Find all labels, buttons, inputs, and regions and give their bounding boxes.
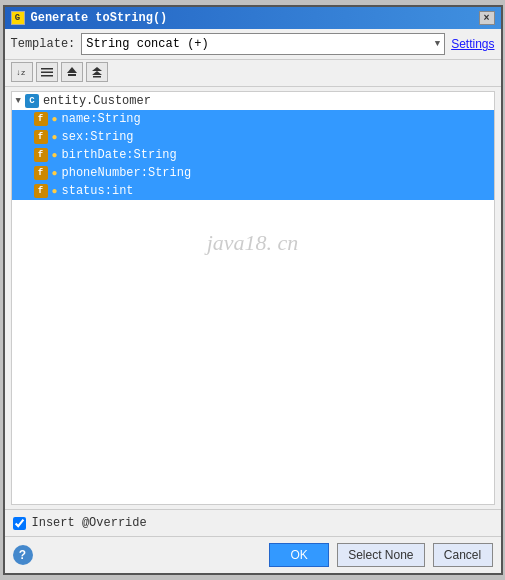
class-name: entity.Customer <box>43 94 151 108</box>
select-none-button[interactable]: Select None <box>337 543 424 567</box>
field-visibility-icon: ● <box>52 168 58 179</box>
field-visibility-icon: ● <box>52 132 58 143</box>
list-item[interactable]: f ● phoneNumber:String <box>12 164 494 182</box>
field-visibility-icon: ● <box>52 114 58 125</box>
help-button[interactable]: ? <box>13 545 33 565</box>
chevron-down-icon: ▼ <box>435 39 440 49</box>
field-visibility-icon: ● <box>52 186 58 197</box>
sort-az-button[interactable]: ↓z <box>11 62 33 82</box>
field-badge: f <box>34 148 48 162</box>
template-label: Template: <box>11 37 76 51</box>
close-button[interactable]: × <box>479 11 495 25</box>
list-item[interactable]: f ● name:String <box>12 110 494 128</box>
move-up-icon <box>65 65 79 79</box>
settings-button[interactable]: Settings <box>451 37 494 51</box>
list-item[interactable]: f ● status:int <box>12 182 494 200</box>
svg-rect-3 <box>41 75 53 77</box>
list-item[interactable]: f ● sex:String <box>12 128 494 146</box>
window-title: Generate toString() <box>31 11 168 25</box>
bottom-area: Insert @Override ? OK Select None Cancel <box>5 509 501 573</box>
sort-icon <box>40 65 54 79</box>
svg-text:↓z: ↓z <box>16 68 26 77</box>
insert-override-checkbox[interactable] <box>13 517 26 530</box>
template-dropdown[interactable]: String concat (+) ▼ <box>81 33 445 55</box>
window-icon: G <box>11 11 25 25</box>
field-label: sex:String <box>62 130 134 144</box>
tree-root-node[interactable]: ▼ C entity.Customer <box>12 92 494 110</box>
list-item[interactable]: f ● birthDate:String <box>12 146 494 164</box>
field-badge: f <box>34 184 48 198</box>
field-badge: f <box>34 112 48 126</box>
chevron-down-icon: ▼ <box>16 96 21 106</box>
move-all-button[interactable] <box>86 62 108 82</box>
svg-rect-8 <box>93 76 101 78</box>
main-window: G Generate toString() × Template: String… <box>3 5 503 575</box>
svg-marker-7 <box>92 71 102 75</box>
insert-override-label: Insert @Override <box>32 516 147 530</box>
template-toolbar: Template: String concat (+) ▼ Settings <box>5 29 501 60</box>
svg-rect-1 <box>41 68 53 70</box>
fields-tree[interactable]: ▼ C entity.Customer f ● name:String f ● … <box>11 91 495 505</box>
field-badge: f <box>34 130 48 144</box>
field-label: phoneNumber:String <box>62 166 192 180</box>
field-badge: f <box>34 166 48 180</box>
button-row: ? OK Select None Cancel <box>5 536 501 573</box>
checkbox-row: Insert @Override <box>5 509 501 536</box>
class-badge: C <box>25 94 39 108</box>
field-label: name:String <box>62 112 141 126</box>
icon-toolbar: ↓z <box>5 60 501 87</box>
field-label: birthDate:String <box>62 148 177 162</box>
sort-button[interactable] <box>36 62 58 82</box>
svg-rect-5 <box>68 74 76 76</box>
svg-marker-6 <box>92 67 102 71</box>
move-all-icon <box>90 65 104 79</box>
ok-button[interactable]: OK <box>269 543 329 567</box>
svg-marker-4 <box>67 67 77 73</box>
watermark: java18. cn <box>12 200 494 286</box>
svg-rect-2 <box>41 72 53 74</box>
move-up-button[interactable] <box>61 62 83 82</box>
field-visibility-icon: ● <box>52 150 58 161</box>
sort-az-icon: ↓z <box>15 65 29 79</box>
title-bar: G Generate toString() × <box>5 7 501 29</box>
title-bar-left: G Generate toString() <box>11 11 168 25</box>
template-value: String concat (+) <box>86 37 208 51</box>
field-label: status:int <box>62 184 134 198</box>
cancel-button[interactable]: Cancel <box>433 543 493 567</box>
